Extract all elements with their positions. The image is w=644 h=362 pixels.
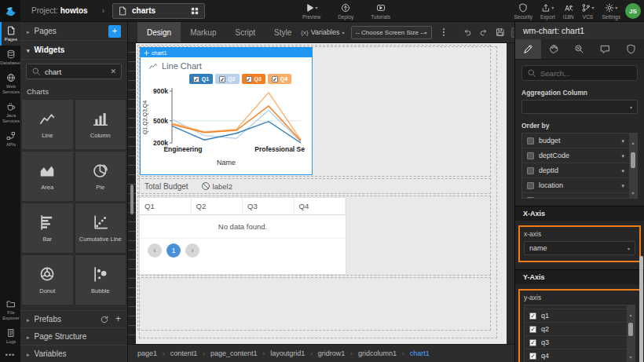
y-axis-row[interactable]: q4 xyxy=(525,349,627,362)
table-column-header[interactable]: Q3 xyxy=(243,198,295,214)
checkbox[interactable] xyxy=(527,152,534,159)
checkbox[interactable] xyxy=(527,167,534,174)
design-canvas[interactable]: chart1 Line Chart Q1Q2Q3Q4 Q1,Q2,Q3,Q4 2… xyxy=(136,43,507,344)
rail-item[interactable]: Web Services xyxy=(0,69,20,98)
checkbox-checked[interactable] xyxy=(529,326,536,333)
widget-tile[interactable]: Bar xyxy=(21,203,74,254)
checkbox-checked[interactable] xyxy=(529,313,536,320)
order-by-row[interactable]: deptId xyxy=(522,163,629,178)
order-by-row[interactable]: name xyxy=(522,193,629,199)
data-table-widget[interactable]: Q1Q2Q3Q4 No data found. 1 xyxy=(139,197,346,275)
legend-item[interactable]: Q2 xyxy=(215,74,239,84)
widget-tile[interactable]: Line xyxy=(21,99,74,150)
topbar-action-button[interactable]: Deploy xyxy=(338,2,353,20)
grid-row-table[interactable]: Q1Q2Q3Q4 No data found. 1 xyxy=(137,196,491,276)
rail-item[interactable]: Java Services xyxy=(0,98,20,127)
panel-section-header[interactable]: Variables xyxy=(20,345,127,362)
y-axis-row[interactable]: q2 xyxy=(525,323,627,336)
topbar-action-button[interactable]: Security xyxy=(514,2,532,20)
previous-page-button[interactable] xyxy=(148,243,162,258)
chart1-widget[interactable]: chart1 Line Chart Q1Q2Q3Q4 Q1,Q2,Q3,Q4 2… xyxy=(140,47,313,175)
grid-row-empty[interactable] xyxy=(137,277,491,331)
ruler-scrollbar-thumb[interactable] xyxy=(130,185,134,214)
legend-item[interactable]: Q1 xyxy=(189,74,213,84)
legend-item[interactable]: Q4 xyxy=(268,74,291,84)
editor-mode-tab[interactable]: Design xyxy=(137,22,181,42)
user-avatar[interactable]: JS xyxy=(625,3,641,19)
grid-row-labels[interactable]: Total Budget label2 xyxy=(137,178,491,194)
breadcrumb-item[interactable]: content1 xyxy=(170,349,198,357)
widget-tile[interactable]: Cumulative Line xyxy=(75,203,127,254)
save-icon[interactable] xyxy=(496,27,505,37)
variables-menu[interactable]: Variables xyxy=(301,28,344,36)
widget-tile[interactable]: Column xyxy=(75,99,127,150)
chevron-down-icon[interactable] xyxy=(621,137,624,144)
breadcrumb-item[interactable]: gridcolumn1 xyxy=(358,349,397,357)
chart1-widget-header[interactable]: chart1 xyxy=(141,48,312,57)
breadcrumb-item[interactable]: layoutgrid1 xyxy=(270,349,305,357)
pages-section-header[interactable]: Pages + xyxy=(20,22,127,41)
chevron-down-icon[interactable] xyxy=(621,196,624,199)
widget-tile[interactable]: Pie xyxy=(75,151,127,202)
properties-tab[interactable] xyxy=(515,39,541,59)
checkbox-checked[interactable] xyxy=(529,353,536,360)
topbar-action-button[interactable]: ▾ Export xyxy=(540,2,555,20)
order-by-row[interactable]: deptCode xyxy=(522,148,629,163)
chevron-down-icon[interactable] xyxy=(621,181,624,189)
rail-item[interactable]: File Explorer xyxy=(0,295,20,324)
panel-scrollbar-thumb[interactable] xyxy=(639,256,643,362)
widgets-section-header[interactable]: Widgets xyxy=(20,41,127,60)
panel-section-header[interactable]: Prefabs + xyxy=(20,310,127,327)
legend-checkbox[interactable] xyxy=(272,76,278,82)
properties-tab[interactable] xyxy=(541,39,567,59)
screen-size-select[interactable]: -- Choose Screen Size -- xyxy=(351,26,432,39)
widget-tile[interactable]: Area xyxy=(21,151,74,202)
next-page-button[interactable] xyxy=(185,243,199,258)
chevron-down-icon[interactable] xyxy=(621,166,624,174)
current-page-button[interactable]: 1 xyxy=(166,243,181,258)
y-axis-row[interactable]: q3 xyxy=(525,336,627,349)
rail-item[interactable]: APIs xyxy=(0,127,20,151)
topbar-action-button[interactable]: ▾ VCS xyxy=(581,2,594,20)
panel-section-header[interactable]: Page Structure xyxy=(20,327,127,345)
x-axis-select[interactable]: name xyxy=(524,241,635,255)
widget-search-input[interactable] xyxy=(45,68,106,76)
undo-icon[interactable] xyxy=(463,27,472,37)
topbar-action-button[interactable]: I18N xyxy=(563,2,574,20)
topbar-action-button[interactable]: ▾ Settings xyxy=(602,2,621,20)
table-column-header[interactable]: Q1 xyxy=(140,198,192,214)
label2-widget[interactable]: label2 xyxy=(201,181,232,191)
properties-tab[interactable] xyxy=(592,39,618,59)
refresh-icon[interactable] xyxy=(100,315,109,324)
checkbox[interactable] xyxy=(527,197,534,199)
editor-mode-tab[interactable]: Script xyxy=(226,22,265,42)
breadcrumb-item[interactable]: page_content1 xyxy=(210,349,258,357)
table-column-header[interactable]: Q4 xyxy=(295,198,346,214)
rail-item[interactable]: Databases xyxy=(0,46,20,69)
add-page-button[interactable]: + xyxy=(108,25,121,38)
checkbox[interactable] xyxy=(527,182,534,189)
listbox-scrollbar[interactable] xyxy=(629,133,637,198)
clear-search-icon[interactable]: ✕ xyxy=(110,68,116,75)
breadcrumb-item[interactable]: page1 xyxy=(137,349,157,357)
properties-search-input[interactable] xyxy=(540,69,632,78)
properties-tab[interactable] xyxy=(567,39,593,59)
listbox-scrollbar[interactable] xyxy=(627,305,635,362)
topbar-action-button[interactable]: Tutorials xyxy=(371,2,390,20)
aggregation-column-select[interactable] xyxy=(521,100,638,114)
grid-row-chart[interactable]: chart1 Line Chart Q1Q2Q3Q4 Q1,Q2,Q3,Q4 2… xyxy=(137,45,491,177)
rail-item[interactable]: Pages xyxy=(0,22,20,46)
rail-item[interactable]: Logs xyxy=(0,324,20,348)
legend-checkbox[interactable] xyxy=(193,76,199,82)
legend-checkbox[interactable] xyxy=(219,76,225,82)
widget-tile[interactable]: Bubble xyxy=(75,254,127,305)
add-prefab-icon[interactable]: + xyxy=(115,315,121,324)
more-options-icon[interactable]: ••• xyxy=(0,348,20,362)
kebab-menu-icon[interactable] xyxy=(439,27,448,37)
properties-tab[interactable] xyxy=(618,39,644,59)
topbar-action-button[interactable]: ▾ Preview xyxy=(302,2,320,20)
breadcrumb-active-item[interactable]: chart1 xyxy=(410,349,430,357)
editor-mode-tab[interactable]: Markup xyxy=(181,22,225,42)
breadcrumb-item[interactable]: gridrow1 xyxy=(318,349,346,357)
chevron-down-icon[interactable] xyxy=(621,152,624,159)
